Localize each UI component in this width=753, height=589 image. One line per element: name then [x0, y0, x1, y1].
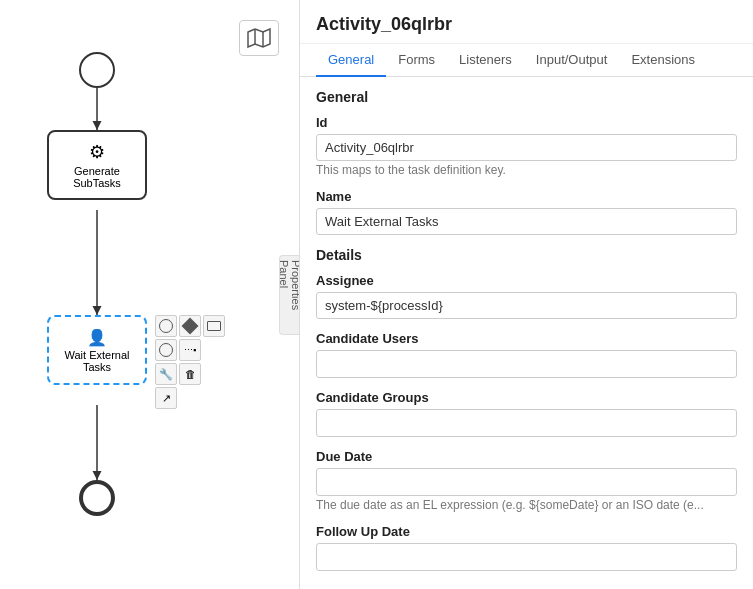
- id-input[interactable]: [316, 134, 737, 161]
- panel-body: General Id This maps to the task definit…: [300, 77, 753, 589]
- id-field-group: Id This maps to the task definition key.: [316, 115, 737, 177]
- palette-circle[interactable]: [155, 315, 177, 337]
- candidate-groups-field-group: Candidate Groups: [316, 390, 737, 437]
- follow-up-date-label: Follow Up Date: [316, 524, 737, 539]
- candidate-users-field-group: Candidate Users: [316, 331, 737, 378]
- bpmn-arrows: [0, 0, 299, 589]
- tab-listeners[interactable]: Listeners: [447, 44, 524, 77]
- id-hint: This maps to the task definition key.: [316, 163, 737, 177]
- general-section-title: General: [316, 89, 737, 105]
- user-icon: 👤: [87, 328, 107, 347]
- palette-trash[interactable]: 🗑: [179, 363, 201, 385]
- candidate-groups-label: Candidate Groups: [316, 390, 737, 405]
- generate-subtasks-task[interactable]: ⚙ Generate SubTasks: [47, 130, 147, 200]
- follow-up-date-field-group: Follow Up Date: [316, 524, 737, 571]
- gear-icon: ⚙: [89, 141, 105, 163]
- palette-diamond[interactable]: [179, 315, 201, 337]
- follow-up-date-input[interactable]: [316, 543, 737, 571]
- assignee-label: Assignee: [316, 273, 737, 288]
- tab-extensions[interactable]: Extensions: [619, 44, 707, 77]
- details-section-title: Details: [316, 247, 737, 263]
- name-field-group: Name: [316, 189, 737, 235]
- candidate-users-input[interactable]: [316, 350, 737, 378]
- end-event[interactable]: [79, 480, 115, 516]
- task-tool-palette: ⋯▪ 🔧 🗑 ↗: [155, 315, 225, 409]
- properties-panel: Activity_06qlrbr General Forms Listeners…: [300, 0, 753, 589]
- properties-panel-collapse-tab[interactable]: Properties Panel: [279, 255, 299, 335]
- collapse-tab-label: Properties Panel: [278, 260, 301, 330]
- assignee-input[interactable]: [316, 292, 737, 319]
- wait-external-tasks-label: Wait External Tasks: [64, 349, 129, 373]
- map-icon-button[interactable]: [239, 20, 279, 56]
- bpmn-canvas: ⚙ Generate SubTasks 👤 Wait External Task…: [0, 0, 300, 589]
- due-date-field-group: Due Date The due date as an EL expressio…: [316, 449, 737, 512]
- due-date-label: Due Date: [316, 449, 737, 464]
- generate-subtasks-label: Generate SubTasks: [73, 165, 121, 189]
- id-label: Id: [316, 115, 737, 130]
- palette-dots[interactable]: ⋯▪: [179, 339, 201, 361]
- palette-wrench[interactable]: 🔧: [155, 363, 177, 385]
- tab-input-output[interactable]: Input/Output: [524, 44, 620, 77]
- palette-circle2[interactable]: [155, 339, 177, 361]
- start-event[interactable]: [79, 52, 115, 88]
- candidate-users-label: Candidate Users: [316, 331, 737, 346]
- tab-general[interactable]: General: [316, 44, 386, 77]
- tab-forms[interactable]: Forms: [386, 44, 447, 77]
- panel-title: Activity_06qlrbr: [300, 0, 753, 44]
- wait-external-tasks-task[interactable]: 👤 Wait External Tasks: [47, 315, 147, 385]
- name-label: Name: [316, 189, 737, 204]
- candidate-groups-input[interactable]: [316, 409, 737, 437]
- palette-rect[interactable]: [203, 315, 225, 337]
- due-date-input[interactable]: [316, 468, 737, 496]
- due-date-hint: The due date as an EL expression (e.g. $…: [316, 498, 737, 512]
- tabs-bar: General Forms Listeners Input/Output Ext…: [300, 44, 753, 77]
- palette-arrow[interactable]: ↗: [155, 387, 177, 409]
- name-input[interactable]: [316, 208, 737, 235]
- assignee-field-group: Assignee: [316, 273, 737, 319]
